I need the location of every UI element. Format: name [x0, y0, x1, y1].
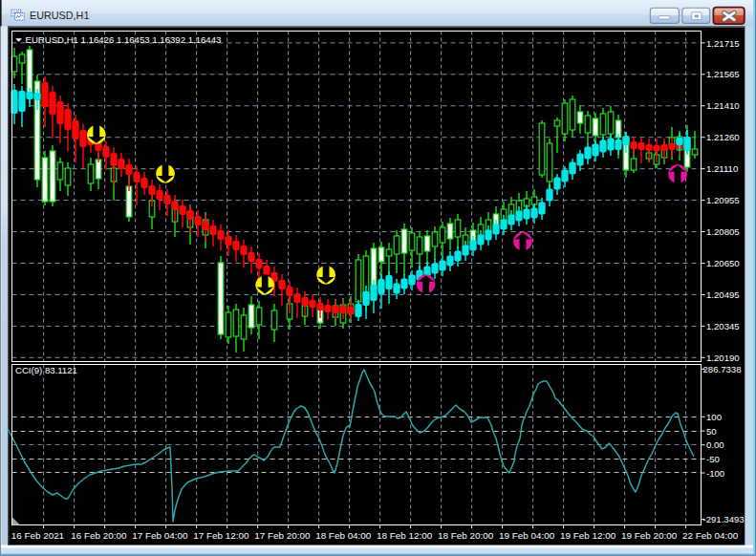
svg-text:1.21565: 1.21565	[706, 69, 740, 79]
svg-text:18 Feb 20:00: 18 Feb 20:00	[438, 530, 494, 541]
svg-text:-291.3493: -291.3493	[703, 514, 745, 524]
svg-text:-100: -100	[706, 468, 724, 479]
svg-text:18 Feb 12:00: 18 Feb 12:00	[377, 530, 433, 541]
svg-text:0.00: 0.00	[706, 439, 724, 450]
svg-text:18 Feb 04:00: 18 Feb 04:00	[315, 530, 372, 541]
svg-text:1.21110: 1.21110	[706, 163, 738, 174]
svg-text:19 Feb 12:00: 19 Feb 12:00	[560, 530, 616, 541]
svg-text:1.20495: 1.20495	[706, 289, 740, 300]
svg-text:CCI(9) 83.1121: CCI(9) 83.1121	[15, 365, 77, 375]
svg-text:50: 50	[706, 426, 717, 437]
svg-text:1.20650: 1.20650	[706, 258, 740, 268]
svg-text:1.20955: 1.20955	[706, 195, 740, 205]
svg-text:-50: -50	[706, 454, 720, 464]
svg-text:EURUSD,H1: EURUSD,H1	[30, 10, 89, 21]
svg-text:22 Feb 04:00: 22 Feb 04:00	[682, 530, 739, 541]
svg-text:19 Feb 20:00: 19 Feb 20:00	[621, 530, 678, 541]
svg-text:17 Feb 12:00: 17 Feb 12:00	[193, 530, 249, 541]
svg-text:17 Feb 04:00: 17 Feb 04:00	[132, 530, 188, 541]
svg-text:EURUSD,H1 1.16426 1.16453 1.1: EURUSD,H1 1.16426 1.16453 1.16392 1.1644…	[26, 34, 222, 45]
svg-text:19 Feb 04:00: 19 Feb 04:00	[499, 530, 555, 541]
svg-text:17 Feb 20:00: 17 Feb 20:00	[254, 530, 311, 541]
svg-text:286.7338: 286.7338	[703, 364, 742, 374]
svg-text:1.20190: 1.20190	[706, 353, 740, 363]
svg-text:16 Feb 2021: 16 Feb 2021	[11, 530, 65, 541]
svg-text:100: 100	[706, 412, 722, 422]
svg-text:1.21260: 1.21260	[706, 132, 740, 142]
svg-text:1.20805: 1.20805	[706, 226, 740, 237]
svg-text:1.20345: 1.20345	[706, 321, 740, 331]
svg-text:16 Feb 20:00: 16 Feb 20:00	[71, 530, 127, 541]
svg-text:1.21715: 1.21715	[706, 38, 740, 49]
svg-text:1.21410: 1.21410	[706, 100, 740, 111]
